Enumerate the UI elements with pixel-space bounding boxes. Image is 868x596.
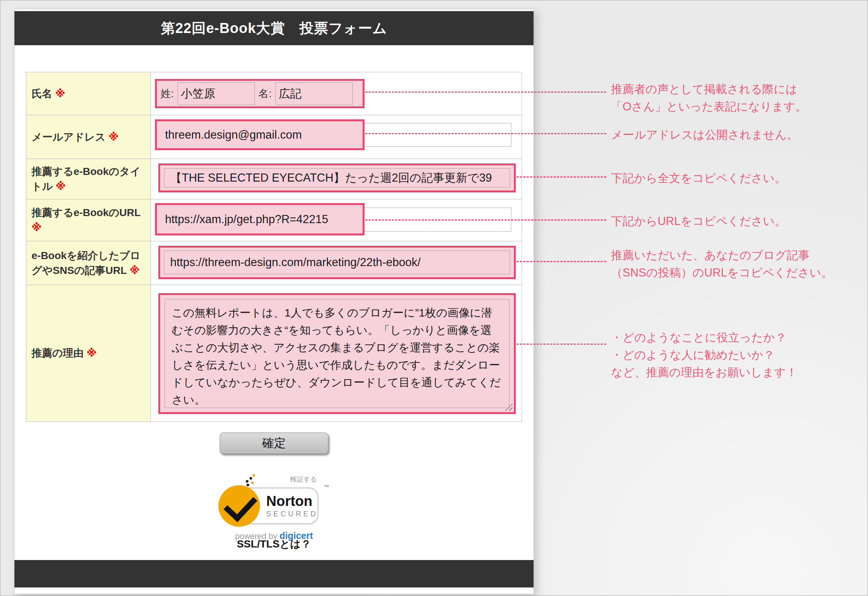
value-cell-name: 姓: 名: [151,72,522,115]
label-article-url: e-Bookを紹介したブログやSNSの記事URL ※ [26,241,151,285]
annotation-line: （SNSの投稿）のURLをコピペください。 [611,264,833,281]
value-cell-article-url: https://threem-design.com/marketing/22th… [151,241,522,285]
required-mark: ※ [129,265,139,276]
highlight-box-reason: この無料レポートは、1人でも多くのブロガーに”1枚の画像に潜むその影響力の大きさ… [158,293,516,414]
highlight-box-email: threem.design@gmail.com [155,119,365,150]
highlight-box-ebook-title: 【THE SELECTED EYECATCH】たった週2回の記事更新で39 [158,164,516,192]
annotation-reason: ・どのようなことに役立ったか？ ・どのような人に勧めたいか？ など、推薦の理由を… [611,329,797,381]
norton-seal[interactable]: 検証する Norton SECURED ™ powered by digicer… [218,475,330,540]
ssl-tls-link[interactable]: SSL/TLSとは？ [15,537,534,551]
label-ebook-title: 推薦するe-Bookのタイトル ※ [26,159,151,199]
firstname-label: 名: [258,87,272,101]
annotation-name: 推薦者の声として掲載される際には 「Oさん」といった表記になります。 [611,80,807,115]
dashed-line-article-url [517,261,606,262]
label-email: メールアドレス ※ [26,115,151,159]
norton-verify-link[interactable]: 検証する [290,475,317,484]
label-ebook-url-text: 推薦するe-BookのURL [31,207,140,218]
annotation-line: など、推薦の理由をお願いします！ [611,364,797,381]
annotation-ebook-title: 下記から全文をコピペください。 [611,170,786,187]
dashed-line-email [365,133,606,134]
trademark-symbol: ™ [324,484,329,490]
annotation-line: メールアドレスは公開されません。 [611,126,798,143]
form-footer [15,560,534,587]
table-row-reason: 推薦の理由 ※ この無料レポートは、1人でも多くのブロガーに”1枚の画像に潜むそ… [26,285,522,422]
value-cell-email: threem.design@gmail.com [151,115,522,159]
label-reason: 推薦の理由 ※ [26,285,151,422]
table-row-ebook-title: 推薦するe-Bookのタイトル ※ 【THE SELECTED EYECATCH… [26,159,522,199]
value-cell-reason: この無料レポートは、1人でも多くのブロガーに”1枚の画像に潜むその影響力の大きさ… [151,285,522,422]
label-name: 氏名 ※ [26,72,151,115]
annotation-line: ・どのようなことに役立ったか？ [611,329,797,346]
annotation-line: 下記から全文をコピペください。 [611,170,786,187]
value-cell-ebook-title: 【THE SELECTED EYECATCH】たった週2回の記事更新で39 [151,159,522,199]
vote-form-container: 第22回e-Book大賞 投票フォーム 下記のフォームに記入して「確定」ボタンを… [14,9,534,594]
label-email-text: メールアドレス [31,131,106,143]
required-mark: ※ [86,347,96,359]
required-mark: ※ [109,131,119,143]
annotation-ebook-url: 下記からURLをコピペください。 [611,212,786,230]
required-mark: ※ [31,222,41,233]
vote-form-table: 氏名 ※ 姓: 名: メールアドレス ※ [26,72,522,422]
norton-brand-text: Norton [266,493,317,509]
lastname-label: 姓: [161,87,174,101]
reason-textarea[interactable]: この無料レポートは、1人でも多くのブロガーに”1枚の画像に潜むその影響力の大きさ… [165,299,509,408]
article-url-value: https://threem-design.com/marketing/22th… [164,256,421,269]
ebook-url-value: https://xam.jp/get.php?R=42215 [157,213,328,226]
dashed-line-name [365,91,606,93]
annotation-email: メールアドレスは公開されません。 [611,126,798,143]
checkmark-icon [224,488,257,522]
page-title: 第22回e-Book大賞 投票フォーム [161,19,387,38]
annotation-line: 推薦いただいた、あなたのブログ記事 [611,246,833,264]
ebook-title-value: 【THE SELECTED EYECATCH】たった週2回の記事更新で39 [164,170,492,186]
annotation-line: 「Oさん」といった表記になります。 [611,98,807,115]
annotation-line: 推薦者の声として掲載される際には [611,80,807,98]
form-header: 第22回e-Book大賞 投票フォーム [15,11,534,45]
email-value: threem.design@gmail.com [157,128,302,142]
table-row-name: 氏名 ※ 姓: 名: [26,72,522,115]
label-name-text: 氏名 [31,88,52,99]
label-ebook-title-text: 推薦するe-Bookのタイトル [31,166,140,192]
highlight-box-ebook-url: https://xam.jp/get.php?R=42215 [155,203,365,235]
label-article-url-text: e-Bookを紹介したブログやSNSの記事URL [31,250,140,276]
checkmark-dots [246,480,248,482]
highlight-box-article-url: https://threem-design.com/marketing/22th… [158,246,516,279]
annotation-line: 下記からURLをコピペください。 [611,212,786,230]
table-row-article-url: e-Bookを紹介したブログやSNSの記事URL ※ https://three… [26,241,522,285]
highlight-box-name: 姓: 名: [155,79,365,108]
dashed-line-reason [517,344,606,345]
firstname-input[interactable] [276,82,353,105]
screenshot-page: 第22回e-Book大賞 投票フォーム 下記のフォームに記入して「確定」ボタンを… [0,0,868,596]
dashed-line-ebook-url [365,220,606,221]
annotation-line: ・どのような人に勧めたいか？ [611,346,797,364]
annotation-article-url: 推薦いただいた、あなたのブログ記事 （SNSの投稿）のURLをコピペください。 [611,246,833,281]
article-url-input[interactable]: https://threem-design.com/marketing/22th… [164,251,510,274]
table-row-email: メールアドレス ※ threem.design@gmail.com [26,115,522,159]
required-mark: ※ [56,180,66,192]
label-ebook-url: 推薦するe-BookのURL ※ [26,199,151,241]
confirm-button[interactable]: 確定 [220,432,329,454]
ebook-title-input[interactable]: 【THE SELECTED EYECATCH】たった週2回の記事更新で39 [164,168,510,187]
lastname-input[interactable] [178,82,255,105]
label-reason-text: 推薦の理由 [31,347,84,359]
norton-badge: Norton SECURED ™ [218,484,330,528]
dashed-line-ebook-title [517,176,606,177]
norton-check-icon [218,485,260,527]
required-mark: ※ [55,88,65,99]
norton-secured-text: SECURED [266,509,317,519]
